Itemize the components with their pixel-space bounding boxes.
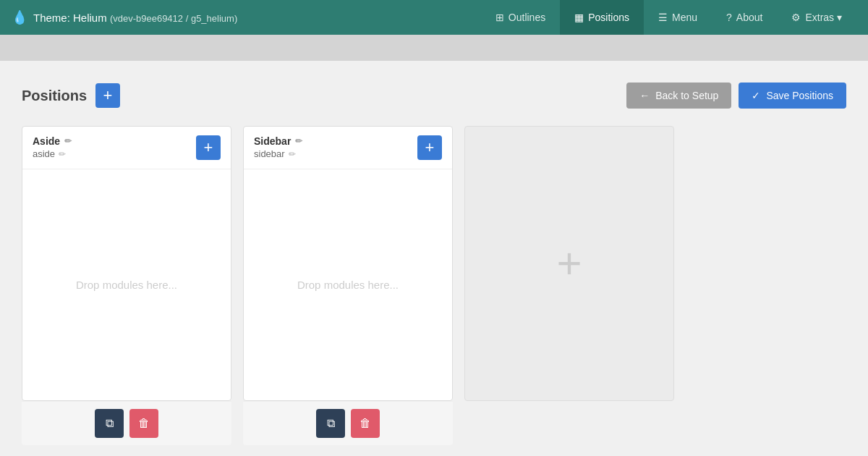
add-new-position-card[interactable]: + — [464, 126, 674, 401]
brand-title: Theme: Helium (vdev-b9ee69412 / g5_heliu… — [33, 12, 237, 24]
sidebar-add-module-button[interactable]: + — [417, 135, 442, 160]
positions-icon: ▦ — [574, 12, 584, 23]
brand-logo: 💧 Theme: Helium (vdev-b9ee69412 / g5_hel… — [12, 9, 481, 25]
aside-delete-button[interactable]: 🗑 — [129, 409, 158, 438]
copy-icon: ⧉ — [106, 417, 114, 430]
nav-item-positions[interactable]: ▦ Positions — [560, 0, 644, 35]
checkmark-icon: ✓ — [752, 90, 760, 101]
back-label: Back to Setup — [655, 90, 718, 101]
sidebar-card-body: Drop modules here... — [244, 169, 452, 400]
outlines-label: Outlines — [509, 12, 545, 23]
nav-items: ⊞ Outlines ▦ Positions ☰ Menu ? About ⚙ … — [481, 0, 856, 35]
nav-item-extras[interactable]: ⚙ Extras ▾ — [777, 0, 856, 35]
aside-key-edit-icon[interactable]: ✏ — [59, 149, 66, 159]
about-label: About — [736, 12, 763, 23]
top-navigation: 💧 Theme: Helium (vdev-b9ee69412 / g5_hel… — [0, 0, 868, 35]
aside-main-name: Aside ✏ — [33, 135, 72, 147]
about-icon: ? — [726, 12, 732, 23]
sidebar-key-edit-icon[interactable]: ✏ — [289, 149, 296, 159]
menu-icon: ☰ — [658, 12, 668, 23]
save-label: Save Positions — [766, 90, 833, 101]
menu-label: Menu — [672, 12, 697, 23]
save-positions-button[interactable]: ✓ Save Positions — [739, 83, 846, 109]
copy-icon: ⧉ — [327, 417, 335, 430]
aside-name-edit-icon[interactable]: ✏ — [64, 136, 72, 146]
sidebar-sub-name: sidebar ✏ — [254, 148, 302, 159]
sidebar-copy-button[interactable]: ⧉ — [316, 409, 345, 438]
header-actions: ← Back to Setup ✓ Save Positions — [626, 83, 846, 109]
nav-item-outlines[interactable]: ⊞ Outlines — [481, 0, 560, 35]
back-arrow-icon: ← — [639, 90, 650, 101]
sidebar-main-name: Sidebar ✏ — [254, 135, 302, 147]
sidebar-card-header: Sidebar ✏ sidebar ✏ + — [244, 127, 452, 169]
aside-card-footer: ⧉ 🗑 — [22, 401, 231, 445]
sidebar-drop-placeholder: Drop modules here... — [297, 279, 399, 291]
positions-label: Positions — [588, 12, 629, 23]
outlines-icon: ⊞ — [495, 12, 504, 23]
aside-position-wrapper: Aside ✏ aside ✏ + Drop modules here... — [22, 126, 231, 445]
sidebar-position-wrapper: Sidebar ✏ sidebar ✏ + Drop modules here.… — [243, 126, 453, 445]
brand-icon: 💧 — [12, 9, 27, 25]
aside-drop-placeholder: Drop modules here... — [76, 279, 177, 291]
aside-copy-button[interactable]: ⧉ — [95, 409, 124, 438]
aside-add-module-button[interactable]: + — [196, 135, 221, 160]
add-large-plus-icon: + — [556, 242, 582, 285]
theme-subtitle: (vdev-b9ee69412 / g5_helium) — [110, 13, 237, 24]
main-content: Positions + ← Back to Setup ✓ Save Posit… — [0, 61, 868, 456]
positions-grid: Aside ✏ aside ✏ + Drop modules here... — [22, 126, 846, 445]
back-to-setup-button[interactable]: ← Back to Setup — [626, 83, 731, 109]
add-position-button[interactable]: + — [95, 83, 120, 108]
trash-icon: 🗑 — [359, 417, 371, 430]
sidebar-position-card: Sidebar ✏ sidebar ✏ + Drop modules here.… — [243, 126, 453, 401]
sidebar-name-edit-icon[interactable]: ✏ — [295, 136, 302, 146]
sidebar-names: Sidebar ✏ sidebar ✏ — [254, 135, 302, 159]
gear-icon: ⚙ — [791, 12, 801, 23]
sidebar-card-footer: ⧉ 🗑 — [243, 401, 453, 445]
theme-title: Theme: Helium — [33, 12, 107, 24]
nav-item-menu[interactable]: ☰ Menu — [644, 0, 712, 35]
page-header: Positions + ← Back to Setup ✓ Save Posit… — [22, 83, 846, 109]
extras-label: Extras ▾ — [805, 12, 842, 23]
aside-card-body: Drop modules here... — [22, 169, 231, 400]
nav-item-about[interactable]: ? About — [712, 0, 777, 35]
page-title: Positions — [22, 88, 87, 104]
aside-position-card: Aside ✏ aside ✏ + Drop modules here... — [22, 126, 231, 401]
positions-title-area: Positions + — [22, 83, 120, 108]
aside-card-header: Aside ✏ aside ✏ + — [22, 127, 231, 169]
sub-bar — [0, 35, 868, 61]
trash-icon: 🗑 — [138, 417, 150, 430]
aside-sub-name: aside ✏ — [33, 148, 72, 159]
sidebar-delete-button[interactable]: 🗑 — [351, 409, 380, 438]
aside-names: Aside ✏ aside ✏ — [33, 135, 72, 159]
